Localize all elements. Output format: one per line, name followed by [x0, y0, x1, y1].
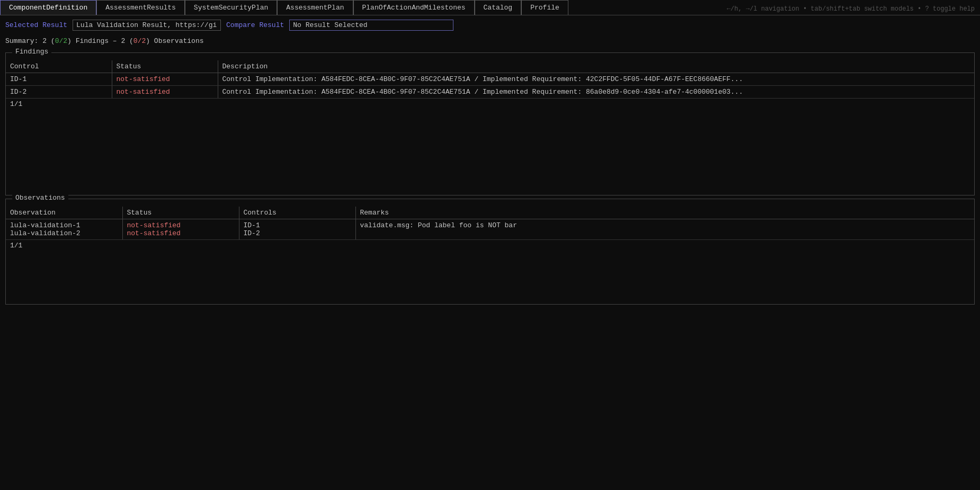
tab-profile[interactable]: Profile	[521, 0, 568, 15]
obs-row1-observation: lula-validation-1 lula-validation-2	[6, 219, 122, 240]
findings-col-control: Control	[6, 60, 112, 73]
obs-col-controls: Controls	[239, 207, 355, 219]
tab-catalog[interactable]: Catalog	[475, 0, 522, 15]
obs-row1-controls: ID-1 ID-2	[239, 219, 355, 240]
observations-content: Observation Status Controls Remarks lula…	[6, 199, 974, 251]
observations-panel: Observations Observation Status Controls…	[5, 199, 975, 305]
findings-table: Control Status Description ID-1 not-sati…	[6, 60, 974, 110]
tab-plan-of-action-and-milestones[interactable]: PlanOfActionAndMilestones	[353, 0, 475, 15]
findings-row2-description: Control Implementation: A584FEDC-8CEA-4B…	[218, 86, 974, 99]
findings-pagination-row: 1/1	[6, 99, 974, 110]
obs-col-status: Status	[122, 207, 239, 219]
observations-pagination-row: 1/1	[6, 240, 974, 252]
obs-row1-status: not-satisfied not-satisfied	[122, 219, 239, 240]
obs-col-remarks: Remarks	[355, 207, 974, 219]
compare-result-label: Compare Result	[226, 21, 284, 29]
findings-header-row: Control Status Description	[6, 60, 974, 73]
table-row[interactable]: ID-2 not-satisfied Control Implementatio…	[6, 86, 974, 99]
tab-component-definition[interactable]: ComponentDefinition	[0, 0, 96, 15]
tab-assessment-plan[interactable]: AssessmentPlan	[277, 0, 353, 15]
findings-panel: Findings Control Status Description ID-1…	[5, 52, 975, 195]
summary-line: Summary: 2 (0/2) Findings – 2 (0/2) Obse…	[0, 35, 980, 49]
findings-pagination: 1/1	[6, 99, 974, 110]
table-row[interactable]: ID-1 not-satisfied Control Implementatio…	[6, 73, 974, 86]
table-row[interactable]: lula-validation-1 lula-validation-2 not-…	[6, 219, 974, 240]
observations-pagination: 1/1	[6, 240, 974, 252]
observations-label: Observations	[12, 194, 68, 202]
summary-red: 0/2	[133, 37, 146, 45]
tab-assessment-results[interactable]: AssessmentResults	[96, 0, 185, 15]
findings-row1-description: Control Implementation: A584FEDC-8CEA-4B…	[218, 73, 974, 86]
findings-col-description: Description	[218, 60, 974, 73]
summary-green: 0/2	[55, 37, 67, 45]
obs-row1-remarks: validate.msg: Pod label foo is NOT bar	[355, 219, 974, 240]
selected-result-input[interactable]	[73, 20, 221, 31]
tab-system-security-plan[interactable]: SystemSecurityPlan	[185, 0, 277, 15]
findings-row2-control: ID-2	[6, 86, 112, 99]
findings-content: Control Status Description ID-1 not-sati…	[6, 53, 974, 110]
selected-result-label: Selected Result	[5, 21, 67, 29]
findings-label: Findings	[12, 48, 51, 56]
findings-tbody: ID-1 not-satisfied Control Implementatio…	[6, 73, 974, 110]
obs-col-observation: Observation	[6, 207, 122, 219]
findings-col-status: Status	[112, 60, 218, 73]
observations-tbody: lula-validation-1 lula-validation-2 not-…	[6, 219, 974, 252]
help-text: ←/h, →/l navigation • tab/shift+tab swit…	[727, 5, 975, 13]
findings-row1-status: not-satisfied	[112, 73, 218, 86]
summary-prefix: Summary: 2 (	[5, 37, 55, 45]
summary-suffix: ) Observations	[146, 37, 203, 45]
findings-row2-status: not-satisfied	[112, 86, 218, 99]
observations-header-row: Observation Status Controls Remarks	[6, 207, 974, 219]
summary-middle: ) Findings – 2 (	[67, 37, 133, 45]
compare-result-input[interactable]	[289, 20, 453, 31]
selected-result-row: Selected Result Compare Result	[0, 15, 980, 35]
observations-table: Observation Status Controls Remarks lula…	[6, 207, 974, 251]
findings-row1-control: ID-1	[6, 73, 112, 86]
